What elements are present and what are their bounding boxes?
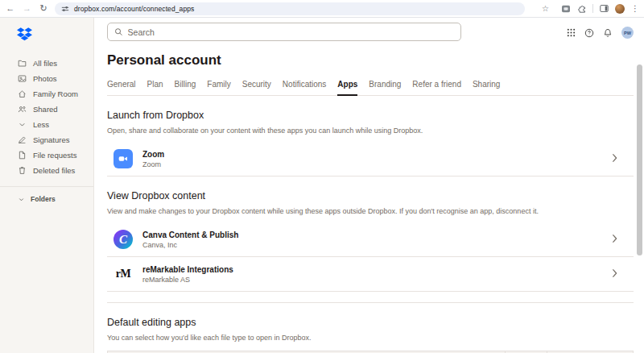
trash-icon	[18, 166, 27, 175]
sidebar-divider	[0, 186, 93, 187]
sidebar-item-less[interactable]: Less	[0, 117, 93, 132]
app-publisher: Zoom	[142, 160, 164, 168]
folders-label: Folders	[31, 195, 56, 203]
screen: ← → ↻ dropbox.com/account/connected_apps…	[0, 0, 644, 353]
app-name: reMarkable Integrations	[142, 265, 233, 274]
apps-grid-icon[interactable]	[567, 28, 576, 37]
notifications-bell-icon[interactable]	[603, 28, 613, 38]
section-title-view: View Dropbox content	[107, 190, 634, 201]
remarkable-app-icon: rM	[114, 264, 133, 284]
search-input[interactable]	[128, 27, 454, 37]
app-publisher: Canva, Inc	[142, 241, 238, 249]
search-icon	[114, 27, 123, 36]
sidebar-item-label: Photos	[33, 74, 57, 83]
sidebar-item-signatures[interactable]: Signatures	[0, 132, 93, 147]
chevron-right-icon	[612, 152, 617, 166]
bookmark-star-icon[interactable]: ☆	[542, 4, 549, 13]
section-desc-editing: You can select how you'd like each file …	[107, 334, 634, 342]
sidebar-item-label: Signatures	[33, 135, 69, 144]
chevron-down-icon	[18, 120, 27, 129]
folder-icon	[18, 59, 27, 68]
section-desc-view: View and make changes to your Dropbox co…	[107, 207, 634, 215]
sidebar-item-label: File requests	[33, 151, 76, 160]
sidebar-item-deleted-files[interactable]: Deleted files	[0, 163, 93, 178]
page-scrollbar-thumb[interactable]	[637, 64, 642, 255]
tab-billing[interactable]: Billing	[175, 80, 196, 95]
sidebar-item-label: Less	[33, 120, 49, 129]
photo-icon	[18, 74, 27, 83]
browser-toolbar: ← → ↻ dropbox.com/account/connected_apps…	[0, 0, 644, 18]
toolbar-divider	[592, 4, 593, 13]
home-icon	[18, 89, 27, 98]
zoom-app-icon	[114, 149, 133, 168]
url-text: dropbox.com/account/connected_apps	[74, 5, 194, 13]
tab-notifications[interactable]: Notifications	[283, 80, 326, 95]
sidebar-item-file-requests[interactable]: File requests	[0, 147, 93, 163]
header-icon-group: PW	[567, 27, 634, 39]
sidebar-folders-toggle[interactable]: Folders	[0, 192, 93, 206]
tab-bar: General Plan Billing Family Security Not…	[107, 80, 634, 96]
site-settings-icon[interactable]	[61, 2, 69, 16]
chevron-right-icon	[612, 232, 617, 247]
browser-menu-icon[interactable]: ⋮	[631, 5, 639, 13]
app-row-remarkable[interactable]: rM reMarkable Integrations reMarkable AS	[107, 257, 634, 292]
tab-general[interactable]: General	[107, 80, 136, 95]
page-title: Personal account	[107, 52, 634, 69]
sidebar-item-photos[interactable]: Photos	[0, 71, 93, 86]
back-icon[interactable]: ←	[5, 4, 16, 13]
people-icon	[18, 105, 27, 114]
account-avatar[interactable]: PW	[621, 27, 634, 39]
search-bar[interactable]	[107, 23, 461, 41]
app-publisher: reMarkable AS	[142, 276, 233, 284]
app-row-zoom[interactable]: Zoom Zoom	[107, 142, 634, 176]
section-title-editing: Default editing apps	[107, 317, 634, 328]
file-icon	[18, 151, 27, 160]
tab-plan[interactable]: Plan	[147, 80, 163, 95]
signature-icon	[18, 135, 27, 144]
tab-sharing[interactable]: Sharing	[473, 80, 500, 95]
section-title-launch: Launch from Dropbox	[107, 110, 634, 121]
dropbox-logo-icon[interactable]	[17, 27, 93, 44]
sidebar: All files Photos Family Room Shared Less…	[0, 18, 94, 353]
sidebar-item-shared[interactable]: Shared	[0, 102, 93, 117]
browser-profile-avatar[interactable]	[615, 4, 625, 14]
section-desc-launch: Open, share and collaborate on your cont…	[107, 127, 634, 135]
extensions-puzzle-icon[interactable]	[577, 4, 586, 13]
sidebar-item-label: Deleted files	[33, 166, 75, 175]
sidebar-item-label: Shared	[33, 105, 58, 114]
chevron-right-icon	[612, 267, 617, 281]
sidebar-item-label: Family Room	[33, 89, 78, 98]
sidebar-item-family-room[interactable]: Family Room	[0, 86, 93, 102]
sidebar-item-all-files[interactable]: All files	[0, 56, 93, 71]
tab-branding[interactable]: Branding	[369, 80, 401, 95]
tab-apps[interactable]: Apps	[337, 80, 357, 96]
app-name: Canva Content & Publish	[142, 230, 238, 239]
address-bar[interactable]: dropbox.com/account/connected_apps	[55, 2, 525, 15]
media-control-icon[interactable]	[561, 5, 571, 13]
main-content: PW Personal account General Plan Billing…	[94, 18, 644, 353]
forward-icon[interactable]: →	[22, 4, 33, 13]
canva-app-icon: C	[114, 230, 133, 249]
video-camera-icon	[117, 152, 130, 165]
chevron-down-icon	[18, 196, 25, 203]
sidebar-item-label: All files	[33, 59, 57, 68]
tab-refer-a-friend[interactable]: Refer a friend	[412, 80, 461, 95]
side-panel-icon[interactable]	[600, 4, 609, 13]
help-icon[interactable]	[584, 28, 594, 38]
tab-security[interactable]: Security	[242, 80, 271, 95]
section-divider	[107, 302, 634, 303]
app-row-canva[interactable]: C Canva Content & Publish Canva, Inc	[107, 222, 634, 257]
tab-family[interactable]: Family	[207, 80, 230, 95]
reload-icon[interactable]: ↻	[38, 4, 49, 13]
app-name: Zoom	[142, 150, 164, 159]
